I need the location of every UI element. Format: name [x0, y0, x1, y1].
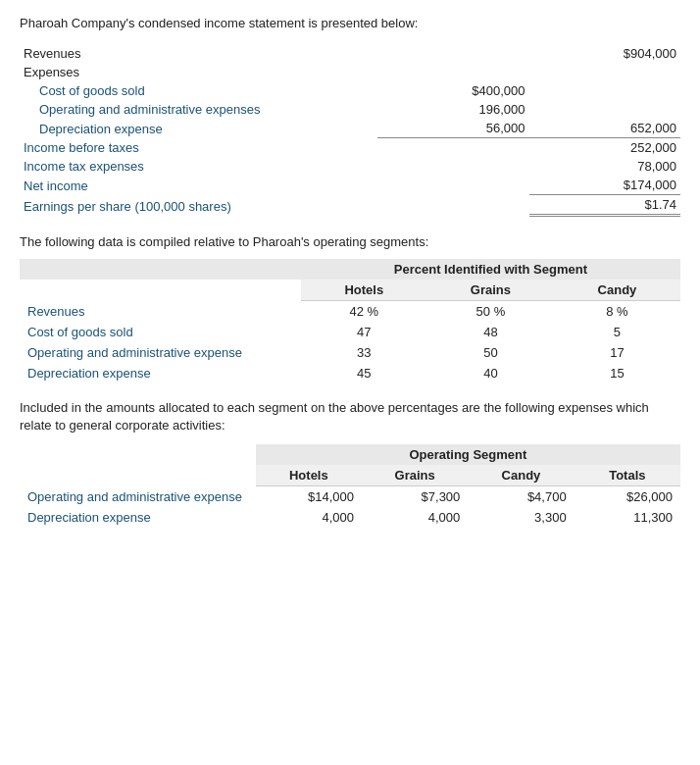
income-statement-table: Revenues $904,000 Expenses Cost of goods…: [20, 44, 680, 217]
eps-value: $1.74: [529, 195, 680, 216]
table-row: Depreciation expense454015: [20, 363, 680, 383]
eps-label: Earnings per share (100,000 shares): [20, 195, 377, 216]
segment-intro-text: The following data is compiled relative …: [20, 234, 680, 249]
net-income-value: $174,000: [529, 176, 680, 195]
segment-col-label-header: [20, 280, 301, 301]
table-row: Operating and administrative expense3350…: [20, 342, 680, 363]
row-value-2: 17: [554, 342, 680, 363]
row-value-1: 40: [427, 363, 554, 383]
row-value-1: 4,000: [362, 507, 468, 528]
seg2-col-candy: Candy: [468, 465, 574, 486]
segment-section-1: The following data is compiled relative …: [20, 234, 680, 383]
row-label: Revenues: [20, 301, 301, 323]
row-value-0: $14,000: [256, 486, 362, 508]
cogs-label: Cost of goods sold: [20, 81, 377, 100]
row-value-2: 5: [554, 322, 680, 342]
row-value-2: 15: [554, 363, 680, 383]
seg2-col-label-header: [20, 465, 256, 486]
opex-value: 196,000: [377, 100, 528, 119]
table-row: Revenues42 %50 %8 %: [20, 301, 680, 323]
row-value-0: 42 %: [301, 301, 427, 323]
row-label: Operating and administrative expense: [20, 486, 256, 508]
row-value-1: 50: [427, 342, 554, 363]
table-row: Operating and administrative expense$14,…: [20, 486, 680, 508]
opex-label: Operating and administrative expenses: [20, 100, 377, 119]
segment-section-2: Included in the amounts allocated to eac…: [20, 399, 680, 528]
depex-value: 56,000: [377, 119, 528, 138]
seg2-col-totals: Totals: [575, 465, 680, 486]
segment-intro2-text: Included in the amounts allocated to eac…: [20, 399, 680, 434]
segment-header-empty: [20, 259, 301, 280]
seg2-header-empty: [20, 444, 256, 465]
revenues-value: $904,000: [529, 44, 680, 63]
segment-header-main: Percent Identified with Segment: [301, 259, 680, 280]
row-label: Cost of goods sold: [20, 322, 301, 342]
segment-col-grains: Grains: [427, 280, 554, 301]
seg2-header-row-sub: Hotels Grains Candy Totals: [20, 465, 680, 486]
income-before-taxes-label: Income before taxes: [20, 138, 377, 158]
table-row: Cost of goods sold47485: [20, 322, 680, 342]
seg2-col-grains: Grains: [362, 465, 468, 486]
seg2-header-row-main: Operating Segment: [20, 444, 680, 465]
segment-col-candy: Candy: [554, 280, 680, 301]
seg2-header-main: Operating Segment: [256, 444, 680, 465]
row-label: Depreciation expense: [20, 507, 256, 528]
segment-table-1: Percent Identified with Segment Hotels G…: [20, 259, 680, 383]
intro-text: Pharoah Company's condensed income state…: [20, 16, 680, 30]
row-value-2: $4,700: [468, 486, 574, 508]
row-value-3: 11,300: [575, 507, 680, 528]
total-expenses: 652,000: [529, 119, 680, 138]
income-tax-value: 78,000: [529, 157, 680, 176]
row-value-0: 45: [301, 363, 427, 383]
revenues-label: Revenues: [20, 44, 377, 63]
row-value-1: 50 %: [427, 301, 554, 323]
net-income-label: Net income: [20, 176, 377, 195]
seg2-col-hotels: Hotels: [256, 465, 362, 486]
row-label: Depreciation expense: [20, 363, 301, 383]
row-value-0: 33: [301, 342, 427, 363]
row-value-1: $7,300: [362, 486, 468, 508]
income-before-taxes-value: 252,000: [529, 138, 680, 158]
expenses-label: Expenses: [20, 63, 377, 81]
segment-header-row-sub: Hotels Grains Candy: [20, 280, 680, 301]
row-label: Operating and administrative expense: [20, 342, 301, 363]
cogs-value: $400,000: [377, 81, 528, 100]
depex-label: Depreciation expense: [20, 119, 377, 138]
row-value-2: 8 %: [554, 301, 680, 323]
segment-table-2: Operating Segment Hotels Grains Candy To…: [20, 444, 680, 528]
table-row: Depreciation expense4,0004,0003,30011,30…: [20, 507, 680, 528]
row-value-2: 3,300: [468, 507, 574, 528]
income-tax-label: Income tax expenses: [20, 157, 377, 176]
segment-col-hotels: Hotels: [301, 280, 427, 301]
row-value-1: 48: [427, 322, 554, 342]
segment-header-row-main: Percent Identified with Segment: [20, 259, 680, 280]
row-value-0: 4,000: [256, 507, 362, 528]
row-value-3: $26,000: [575, 486, 680, 508]
row-value-0: 47: [301, 322, 427, 342]
revenues-col1: [377, 44, 528, 63]
